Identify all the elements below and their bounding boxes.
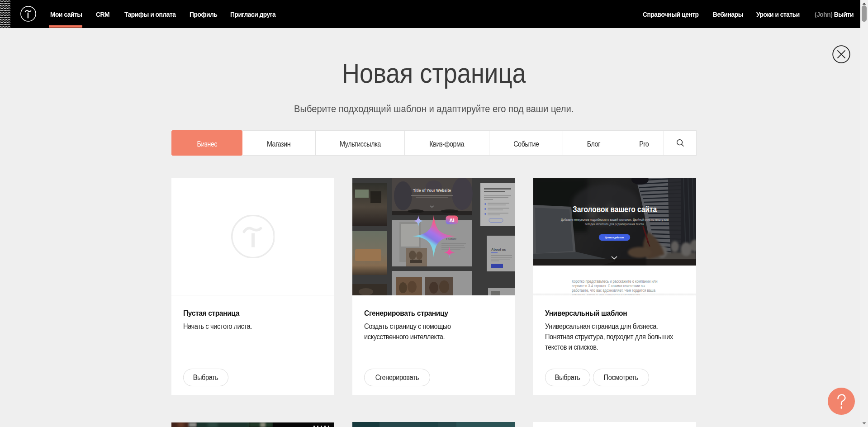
svg-text:Добавьте интересные подробност: Добавьте интересные подробности о вашей … (561, 218, 669, 222)
svg-text:Коротко представьтесь и расска: Коротко представьтесь и расскажите о ком… (572, 279, 658, 284)
svg-text:работаете, что вас вдохновляет: работаете, что вас вдохновляет. Чем горд… (572, 288, 655, 293)
svg-text:AI: AI (449, 218, 455, 223)
svg-text:вкладка «Контент» для редактир: вкладка «Контент» для редактирования тек… (585, 222, 645, 226)
svg-text:Feature: Feature (446, 237, 457, 241)
svg-text:сервисе в 3-4 строках. С каким: сервисе в 3-4 строках. С какими клиентам… (572, 284, 645, 288)
svg-text:Title of Your Website: Title of Your Website (413, 188, 451, 193)
svg-text:About us: About us (491, 247, 506, 251)
svg-text:Целевое действие: Целевое действие (605, 236, 625, 239)
svg-text:Заголовок вашего сайта: Заголовок вашего сайта (573, 204, 657, 214)
